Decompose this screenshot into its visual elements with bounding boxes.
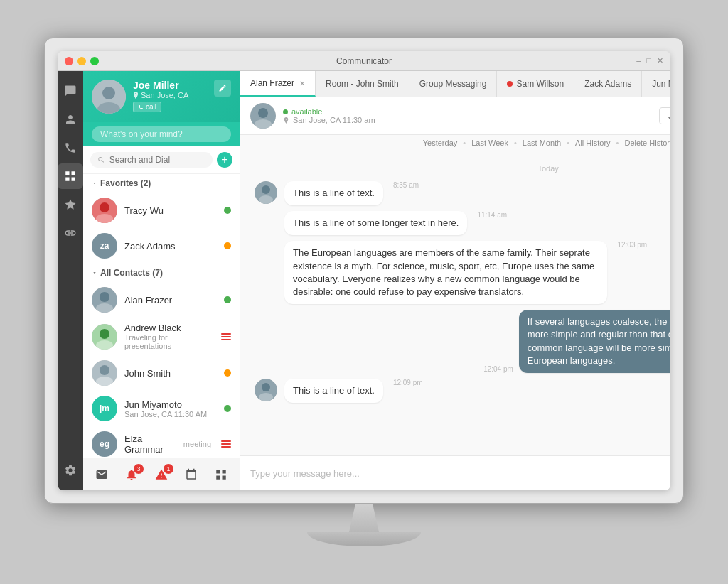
location-icon xyxy=(283,117,289,124)
mail-button[interactable] xyxy=(87,462,116,487)
title-bar: Communicator –□✕ xyxy=(58,51,670,71)
meeting-label: meeting xyxy=(183,440,211,448)
contact-name: John Smith xyxy=(124,368,217,379)
list-item[interactable]: John Smith xyxy=(83,355,240,391)
history-bar: Yesterday • Last Week • Last Month • All… xyxy=(240,135,670,151)
message-avatar xyxy=(255,181,277,204)
svg-point-5 xyxy=(102,87,115,99)
window-controls: –□✕ xyxy=(636,56,663,65)
traffic-lights[interactable] xyxy=(65,57,99,65)
list-item[interactable]: Alan Frazer xyxy=(83,282,240,318)
contact-name: Andrew Black xyxy=(124,323,214,333)
search-input[interactable] xyxy=(109,155,205,165)
join-room-button[interactable]: Join Room xyxy=(659,107,670,124)
message-bubble: This is a line of text. xyxy=(284,379,383,403)
message-content: If several languages coalesce, the gramm… xyxy=(519,310,670,373)
yesterday-filter[interactable]: Yesterday xyxy=(423,139,458,147)
tab-zack-adams[interactable]: Zack Adams xyxy=(574,71,642,97)
last-week-filter[interactable]: Last Week xyxy=(471,139,508,147)
list-item[interactable]: Andrew Black Traveling for presentations xyxy=(83,318,240,355)
message-input[interactable] xyxy=(250,468,670,479)
svg-point-8 xyxy=(100,202,109,212)
status-bar xyxy=(83,122,240,146)
alerts-badge: 1 xyxy=(164,464,173,474)
all-contacts-section-header: All Contacts (7) xyxy=(83,264,240,282)
contact-subtitle: Traveling for presentations xyxy=(124,333,214,350)
status-input[interactable] xyxy=(92,126,231,142)
calendar-button[interactable] xyxy=(177,462,205,487)
message-row: This is a line of text. 8:35 am xyxy=(255,181,670,205)
last-month-filter[interactable]: Last Month xyxy=(523,139,561,147)
contact-details: John Smith xyxy=(124,368,217,379)
location-row: San Jose, CA 11:30 am xyxy=(283,116,375,124)
svg-rect-2 xyxy=(65,178,69,181)
available-dot xyxy=(283,109,288,114)
tab-sam-willson[interactable]: Sam Willson xyxy=(497,71,574,97)
list-item[interactable]: za Zack Adams xyxy=(83,228,240,264)
message-bubble: The European languages are members of th… xyxy=(284,241,607,304)
availability-row: available xyxy=(283,107,375,116)
minimize-window-button[interactable] xyxy=(77,57,86,65)
nav-chat-icon[interactable] xyxy=(58,78,83,104)
stand-base xyxy=(307,532,421,546)
alerts-button[interactable]: 1 xyxy=(147,462,176,487)
contact-name: Tracy Wu xyxy=(124,205,217,216)
add-contact-button[interactable]: + xyxy=(217,152,232,168)
tab-jun-miyamoto-1[interactable]: Jun Miyamoto xyxy=(642,71,670,97)
tab-alan-frazer[interactable]: Alan Frazer ✕ xyxy=(240,71,316,97)
svg-point-23 xyxy=(258,108,268,118)
bottom-toolbar: 3 1 xyxy=(83,458,240,490)
maximize-window-button[interactable] xyxy=(90,57,99,65)
contact-name: Jun Miyamoto xyxy=(124,399,217,410)
nav-link-icon[interactable] xyxy=(58,220,83,246)
list-item[interactable]: eg Elza Grammar meeting xyxy=(83,426,240,458)
tab-group-messaging[interactable]: Group Messaging xyxy=(410,71,498,97)
nav-apps-icon[interactable] xyxy=(58,163,83,189)
contact-location: San Jose, CA 11:30 am xyxy=(293,116,375,124)
available-label: available xyxy=(291,107,322,116)
message-content: This is a line of text. xyxy=(284,379,383,403)
day-label: Today xyxy=(255,164,670,173)
user-name: Joe Miller xyxy=(133,80,207,91)
svg-point-31 xyxy=(262,383,270,391)
edit-profile-button[interactable] xyxy=(214,80,231,97)
list-item[interactable]: Tracy Wu xyxy=(83,193,240,228)
svg-rect-0 xyxy=(65,171,69,175)
notifications-badge: 3 xyxy=(134,464,144,474)
contact-details: Tracy Wu xyxy=(124,205,217,216)
status-indicator xyxy=(224,207,231,214)
tab-room-john-smith[interactable]: Room - John Smith xyxy=(316,71,410,97)
svg-point-32 xyxy=(259,393,273,401)
delete-history-button[interactable]: Delete History xyxy=(624,139,670,147)
search-bar: + xyxy=(83,146,240,174)
message-bubble: This is a line of some longer text in he… xyxy=(284,211,467,235)
contact-details: Elza Grammar xyxy=(124,433,176,455)
contact-details: Jun Miyamoto San Jose, CA 11:30 AM xyxy=(124,399,217,418)
message-content: This is a line of text. xyxy=(284,181,383,205)
stand-neck xyxy=(343,504,385,532)
svg-rect-1 xyxy=(72,171,75,175)
message-time: 8:35 am xyxy=(390,181,422,189)
close-tab-button[interactable]: ✕ xyxy=(299,80,305,87)
input-bar xyxy=(240,455,670,490)
contact-avatar xyxy=(92,198,117,223)
favorites-section-header: Favorites (2) xyxy=(83,174,240,193)
nav-contacts-icon[interactable] xyxy=(58,107,83,132)
call-badge[interactable]: call xyxy=(133,102,161,112)
contact-subtitle: San Jose, CA 11:30 AM xyxy=(124,410,217,418)
message-row: This is a line of text. 12:09 pm xyxy=(255,379,670,403)
contact-name: Elza Grammar xyxy=(124,433,176,455)
grid-button[interactable] xyxy=(207,462,235,487)
nav-settings-icon[interactable] xyxy=(58,458,83,483)
contact-avatar: za xyxy=(92,233,117,259)
nav-calls-icon[interactable] xyxy=(58,135,83,161)
list-item[interactable]: jm Jun Miyamoto San Jose, CA 11:30 AM xyxy=(83,391,240,426)
close-window-button[interactable] xyxy=(65,57,73,65)
nav-star-icon[interactable] xyxy=(58,192,83,217)
message-row-outgoing: 12:04 pm If several languages coalesce, … xyxy=(255,310,670,373)
tabs-bar: Alan Frazer ✕ Room - John Smith Group Me… xyxy=(240,71,670,97)
notifications-button[interactable]: 3 xyxy=(117,462,146,487)
app-title: Communicator xyxy=(336,56,392,66)
all-history-filter[interactable]: All History xyxy=(575,139,611,147)
message-time: 12:03 pm xyxy=(614,241,650,249)
